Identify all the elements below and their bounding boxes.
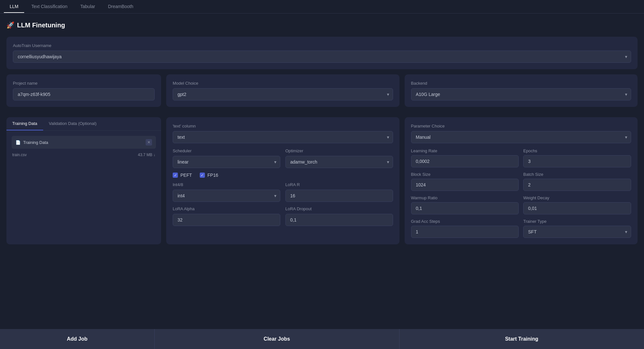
grad-acc-steps-input[interactable] (411, 226, 519, 238)
checkboxes-row: PEFT FP16 (173, 173, 393, 178)
peft-checkbox[interactable]: PEFT (173, 173, 192, 178)
project-label: Project name (13, 81, 155, 86)
peft-checkbox-box (173, 173, 178, 178)
lora-r-label: LoRA R (285, 182, 393, 187)
optimizer-select[interactable]: adamw_torch (285, 156, 393, 168)
learning-rate-item: Learning Rate (411, 148, 519, 167)
username-label: AutoTrain Username (13, 43, 631, 48)
batch-size-label: Batch Size (523, 172, 631, 177)
grad-acc-steps-label: Grad Acc Steps (411, 219, 519, 224)
block-size-item: Block Size (411, 172, 519, 191)
scheduler-select[interactable]: linear (173, 156, 280, 168)
grad-acc-steps-item: Grad Acc Steps (411, 219, 519, 238)
parameter-choice-label: Parameter Choice (411, 124, 631, 128)
config-row: Project name Model Choice gpt2 Backend A… (6, 74, 638, 112)
lora-alpha-label: LoRA Alpha (173, 206, 280, 211)
file-name: train.csv (12, 153, 27, 157)
bottom-panels: Training Data Validation Data (Optional)… (6, 117, 638, 244)
warmup-ratio-input[interactable] (411, 202, 519, 214)
rocket-icon: 🚀 (6, 21, 14, 29)
weight-decay-label: Weight Decay (523, 195, 631, 200)
int48-select[interactable]: int4 (173, 190, 280, 202)
tab-text-classification[interactable]: Text Classification (25, 1, 73, 13)
tab-training-data[interactable]: Training Data (6, 117, 43, 130)
block-size-label: Block Size (411, 172, 519, 177)
learning-rate-label: Learning Rate (411, 148, 519, 153)
middle-panel: 'text' column text Scheduler linear (166, 117, 399, 244)
backend-select[interactable]: A10G Large (411, 88, 631, 100)
text-column-select[interactable]: text (173, 131, 393, 143)
bottom-action-bar: Add Job Clear Jobs Start Training (0, 329, 644, 349)
username-card: AutoTrain Username cornelliusyudhawijaya (6, 37, 638, 69)
file-label: Training Data (23, 140, 48, 145)
scheduler-label: Scheduler (173, 148, 280, 153)
warmup-ratio-label: Warmup Ratio (411, 195, 519, 200)
lora-dropout-label: LoRA Dropout (285, 206, 393, 211)
fp16-label: FP16 (207, 173, 218, 178)
project-input[interactable] (13, 88, 155, 100)
parameter-choice-select[interactable]: Manual (411, 131, 631, 143)
tab-dreambooth[interactable]: DreamBooth (102, 1, 139, 13)
data-tab-nav: Training Data Validation Data (Optional) (6, 117, 161, 131)
tab-llm[interactable]: LLM (4, 1, 24, 13)
backend-card: Backend A10G Large (405, 74, 638, 107)
warmup-ratio-item: Warmup Ratio (411, 195, 519, 214)
start-training-button[interactable]: Start Training (399, 329, 644, 349)
trainer-type-label: Trainer Type (523, 219, 631, 224)
trainer-type-select[interactable]: SFT (523, 226, 631, 238)
lora-r-input[interactable] (285, 190, 393, 202)
backend-label: Backend (411, 81, 631, 86)
file-icon: 📄 (15, 140, 21, 145)
right-panel: Parameter Choice Manual Learning Rate Ep… (405, 117, 638, 244)
weight-decay-input[interactable] (523, 202, 631, 214)
optimizer-label: Optimizer (285, 148, 393, 153)
model-label: Model Choice (173, 81, 393, 86)
weight-decay-item: Weight Decay (523, 195, 631, 214)
block-size-input[interactable] (411, 179, 519, 191)
add-job-button[interactable]: Add Job (0, 329, 155, 349)
lora-alpha-input[interactable] (173, 214, 280, 226)
training-data-panel: Training Data Validation Data (Optional)… (6, 117, 161, 244)
trainer-type-item: Trainer Type SFT (523, 219, 631, 238)
model-card: Model Choice gpt2 (166, 74, 399, 107)
fp16-checkbox-box (200, 173, 205, 178)
epochs-item: Epochs (523, 148, 631, 167)
clear-jobs-button[interactable]: Clear Jobs (155, 329, 399, 349)
file-info: train.csv 43.7 MB ↓ (12, 151, 156, 158)
epochs-label: Epochs (523, 148, 631, 153)
param-grid: Learning Rate Epochs Block Size Batch Si… (411, 148, 631, 238)
tab-bar: LLM Text Classification Tabular DreamBoo… (0, 0, 644, 14)
tab-tabular[interactable]: Tabular (74, 1, 101, 13)
learning-rate-input[interactable] (411, 155, 519, 167)
project-card: Project name (6, 74, 161, 107)
int48-label: Int4/8 (173, 182, 280, 187)
peft-label: PEFT (180, 173, 192, 178)
tab-validation-data[interactable]: Validation Data (Optional) (43, 117, 102, 130)
page-title: 🚀 LLM Finetuning (6, 21, 638, 29)
model-select[interactable]: gpt2 (173, 88, 393, 100)
file-close-button[interactable]: ✕ (146, 139, 152, 146)
username-select[interactable]: cornelliusyudhawijaya (13, 51, 631, 63)
lora-dropout-input[interactable] (285, 214, 393, 226)
epochs-input[interactable] (523, 155, 631, 167)
batch-size-input[interactable] (523, 179, 631, 191)
fp16-checkbox[interactable]: FP16 (200, 173, 218, 178)
file-size: 43.7 MB ↓ (138, 153, 155, 157)
text-column-label: 'text' column (173, 124, 393, 128)
file-item: 📄 Training Data ✕ (12, 136, 156, 149)
batch-size-item: Batch Size (523, 172, 631, 191)
